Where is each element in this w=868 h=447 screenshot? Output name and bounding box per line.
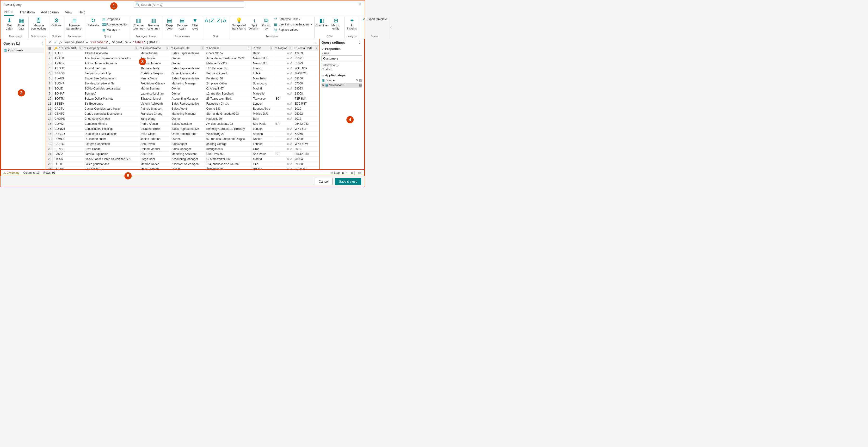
cell[interactable]: Accounting Manager <box>170 96 205 101</box>
cell[interactable]: Familia Arquibaldo <box>83 152 139 157</box>
cell[interactable]: C/ Moralzarzal, 86 <box>205 157 251 162</box>
cell[interactable]: Sven Ottlieb <box>139 132 170 137</box>
collapse-queries-icon[interactable]: 〈 <box>40 41 43 45</box>
cell[interactable]: BOLID <box>53 86 83 91</box>
schema-view-button[interactable]: ▥ <box>357 171 362 175</box>
cell[interactable]: Madrid <box>251 86 274 91</box>
cell[interactable]: 120 Hanover Sq. <box>205 66 251 71</box>
row-number[interactable]: 14 <box>46 116 53 122</box>
gear-icon[interactable]: ⚙ <box>355 79 358 82</box>
cell[interactable]: COMMI <box>53 122 83 127</box>
cell[interactable]: null <box>274 111 293 116</box>
formula-commit-icon[interactable]: ✓ <box>53 40 58 44</box>
cell[interactable]: Owner <box>170 91 205 96</box>
formula-cancel-icon[interactable]: ✕ <box>48 40 52 44</box>
filter-dropdown-icon[interactable]: ▾ <box>135 46 138 49</box>
cell[interactable]: T2F 8M4 <box>293 96 319 101</box>
cell[interactable]: Thomas Hardy <box>139 66 170 71</box>
cell[interactable]: null <box>274 51 293 56</box>
cell[interactable]: Sales Representative <box>170 51 205 56</box>
cell[interactable]: BC <box>274 96 293 101</box>
cell[interactable]: Bottom-Dollar Markets <box>83 96 139 101</box>
tab-add-column[interactable]: Add column <box>40 9 59 15</box>
ribbon-options-button[interactable]: ⚙Options <box>51 17 62 28</box>
filter-dropdown-icon[interactable]: ▾ <box>248 46 250 49</box>
cell[interactable]: Strasbourg <box>251 81 274 86</box>
cell[interactable]: Hanna Moos <box>139 76 170 81</box>
table-row[interactable]: 18DUMONDu monde entierJanine LabruneOwne… <box>46 137 319 142</box>
tab-view[interactable]: View <box>65 9 73 15</box>
cell[interactable]: Roland Mendel <box>139 147 170 152</box>
cell[interactable]: Owner <box>170 137 205 142</box>
row-number[interactable]: 13 <box>46 111 53 116</box>
cell[interactable]: null <box>274 147 293 152</box>
ribbon-remove-columns-button[interactable]: ▥Remove columns▾ <box>147 17 161 31</box>
cell[interactable]: WX1 6LT <box>293 127 319 132</box>
cell[interactable]: 28023 <box>293 86 319 91</box>
grid-view-button[interactable]: ▦ <box>350 171 354 175</box>
step-indicator[interactable]: ▭ Step <box>330 171 340 174</box>
cell[interactable]: Madrid <box>251 157 274 162</box>
cell[interactable]: null <box>274 66 293 71</box>
cell[interactable]: 12, rue des Bouchers <box>205 91 251 96</box>
ribbon-ai-insights-button[interactable]: ✦AI insights <box>346 17 358 31</box>
row-number[interactable]: 8 <box>46 86 53 91</box>
cell[interactable]: Owner <box>170 116 205 122</box>
cancel-button[interactable]: Cancel <box>315 178 333 185</box>
cell[interactable]: Ernst Handel <box>83 147 139 152</box>
row-number[interactable]: 1 <box>46 51 53 56</box>
cell[interactable]: CACTU <box>53 106 83 111</box>
cell[interactable]: Frédérique Citeaux <box>139 81 170 86</box>
cell[interactable]: Folk och fä HB <box>83 167 139 170</box>
ribbon-combine-button[interactable]: ◧Combine▾ <box>316 17 328 28</box>
column-header-contacttitle[interactable]: ᴬᴮ ContactTitle ▾ <box>170 46 205 51</box>
cell[interactable]: 12209 <box>293 51 319 56</box>
cell[interactable]: BOTTM <box>53 96 83 101</box>
search-input[interactable] <box>134 1 244 8</box>
column-header-customerid[interactable]: 🔑ᴬᴮ CustomerID ▾ <box>53 46 83 51</box>
cell[interactable]: Accounting Manager <box>170 157 205 162</box>
cell[interactable]: Berlin <box>251 51 274 56</box>
cell[interactable]: EASTC <box>53 142 83 147</box>
cell[interactable]: FISSA <box>53 157 83 162</box>
cell[interactable]: Centro comercial Moctezuma <box>83 111 139 116</box>
table-row[interactable]: 11BSBEVB's BeveragesVictoria AshworthSal… <box>46 101 319 106</box>
row-number[interactable]: 20 <box>46 147 53 152</box>
cell[interactable]: Christina Berglund <box>139 71 170 76</box>
cell[interactable]: null <box>274 137 293 142</box>
column-header-postalcode[interactable]: ᴬᴮ PostalCode ▾ <box>293 46 319 51</box>
cell[interactable]: Kirchgasse 6 <box>205 147 251 152</box>
table-row[interactable]: 16CONSHConsolidated HoldingsElizabeth Br… <box>46 127 319 132</box>
row-number[interactable]: 18 <box>46 137 53 142</box>
cell[interactable]: Marketing Manager <box>170 111 205 116</box>
data-grid[interactable]: ▦🔑ᴬᴮ CustomerID ▾ᴬᴮ CompanyName ▾ᴬᴮ Cont… <box>46 45 319 169</box>
ribbon-keep-rows-button[interactable]: ▤Keep rows▾ <box>164 17 175 31</box>
cell[interactable]: Mannheim <box>251 76 274 81</box>
cell[interactable]: London <box>251 127 274 132</box>
cell[interactable]: null <box>274 106 293 111</box>
table-row[interactable]: 24FOLKOFolk och fä HBMaria LarssonOwnerÅ… <box>46 167 319 170</box>
cell[interactable]: Order Administrator <box>170 132 205 137</box>
cell[interactable]: Bólido Comidas preparadas <box>83 86 139 91</box>
cell[interactable]: null <box>274 76 293 81</box>
table-row[interactable]: 12CACTUCactus Comidas para llevarPatrici… <box>46 106 319 111</box>
collapse-settings-icon[interactable]: 〉 <box>359 40 362 45</box>
filter-dropdown-icon[interactable]: ▾ <box>201 46 204 49</box>
cell[interactable]: Buenos Aires <box>251 106 274 111</box>
applied-step-source[interactable]: ▦Source⚙▦ <box>321 78 362 83</box>
cell[interactable]: Janine Labrune <box>139 137 170 142</box>
cell[interactable]: Sales Representative <box>170 101 205 106</box>
cell[interactable]: null <box>274 116 293 122</box>
table-row[interactable]: 1ALFKIAlfreds FutterkisteMaria AndersSal… <box>46 51 319 56</box>
cell[interactable]: ERNSH <box>53 147 83 152</box>
cell[interactable]: Sales Agent <box>170 142 205 147</box>
cell[interactable]: 05022 <box>293 111 319 116</box>
cell[interactable]: London <box>251 66 274 71</box>
cell[interactable]: Rua Orós, 92 <box>205 152 251 157</box>
table-row[interactable]: 4AROUTAround the HornThomas HardySales R… <box>46 66 319 71</box>
cell[interactable]: FISSA Fabrica Inter. Salchichas S.A. <box>83 157 139 162</box>
ribbon-a↓z-button[interactable]: A↓Z <box>204 17 215 25</box>
cell[interactable]: Sao Paulo <box>251 152 274 157</box>
cell[interactable]: Walserweg 21 <box>205 132 251 137</box>
cell[interactable]: Lille <box>251 162 274 167</box>
